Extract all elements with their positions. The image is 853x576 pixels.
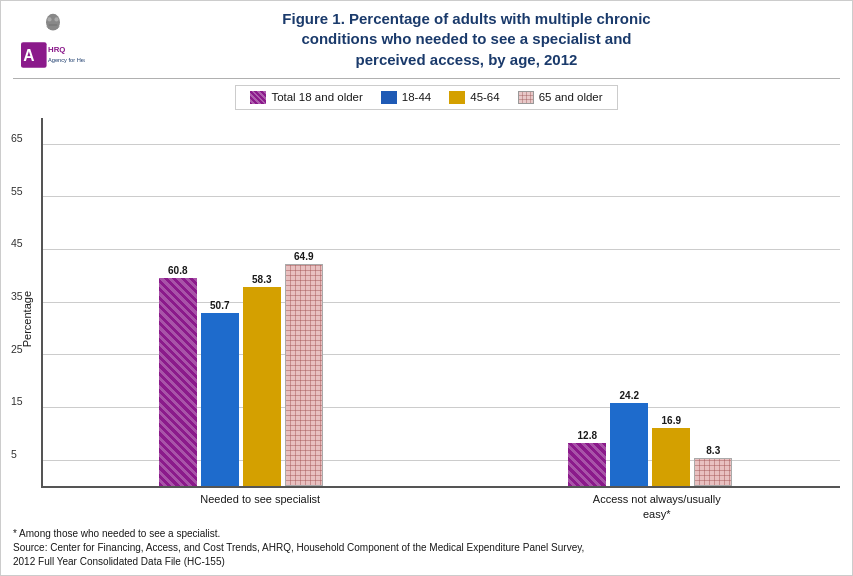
group-section-access: 12.824.216.98.3 xyxy=(461,118,841,487)
bar-access-18-44 xyxy=(610,403,648,486)
x-label-specialist: Needed to see specialist xyxy=(77,492,444,521)
bar-value-access-45-64: 16.9 xyxy=(662,415,681,426)
group-separator xyxy=(431,118,461,487)
bar-wrap-access-18-44: 24.2 xyxy=(610,118,648,487)
footnote-3: 2012 Full Year Consolidated Data File (H… xyxy=(13,555,840,569)
main-container: A HRQ Agency for Healthcare Figure 1. Pe… xyxy=(0,0,853,576)
bar-value-access-65+: 8.3 xyxy=(706,445,720,456)
x-label-spacer xyxy=(444,492,474,521)
legend-swatch-18-44 xyxy=(381,91,397,104)
bar-access-65+ xyxy=(694,458,732,486)
bars-row-specialist: 60.850.758.364.9 xyxy=(159,118,323,487)
chart-inner: 5152535455565 60.850.758.364.912.824.216… xyxy=(41,118,840,521)
bar-specialist-total xyxy=(159,278,197,486)
legend-label-45-64: 45-64 xyxy=(470,91,499,103)
x-labels: Needed to see specialistAccess not alway… xyxy=(77,492,840,521)
bar-specialist-65+ xyxy=(285,264,323,487)
group-section-specialist: 60.850.758.364.9 xyxy=(51,118,431,487)
bar-wrap-specialist-65+: 64.9 xyxy=(285,118,323,487)
footnote-1: * Among those who needed to see a specia… xyxy=(13,527,840,541)
bar-value-access-18-44: 24.2 xyxy=(620,390,639,401)
bar-access-45-64 xyxy=(652,428,690,486)
ahrq-logo-icon: A HRQ Agency for Healthcare xyxy=(21,41,85,69)
legend-label-total: Total 18 and older xyxy=(271,91,362,103)
header-divider xyxy=(13,78,840,79)
chart-title: Figure 1. Percentage of adults with mult… xyxy=(103,9,830,70)
legend-item-65: 65 and older xyxy=(518,91,603,104)
footnote-2: Source: Center for Financing, Access, an… xyxy=(13,541,840,555)
legend-swatch-45-64 xyxy=(449,91,465,104)
bar-value-specialist-18-44: 50.7 xyxy=(210,300,229,311)
bar-value-access-total: 12.8 xyxy=(578,430,597,441)
bars-row-access: 12.824.216.98.3 xyxy=(568,118,732,487)
bar-wrap-access-45-64: 16.9 xyxy=(652,118,690,487)
svg-text:Agency for Healthcare: Agency for Healthcare xyxy=(48,57,85,63)
bar-access-total xyxy=(568,443,606,487)
chart-plot: 5152535455565 60.850.758.364.912.824.216… xyxy=(41,118,840,489)
bar-wrap-specialist-45-64: 58.3 xyxy=(243,118,281,487)
legend-item-total: Total 18 and older xyxy=(250,91,362,104)
bar-specialist-45-64 xyxy=(243,287,281,487)
bar-value-specialist-45-64: 58.3 xyxy=(252,274,271,285)
legend-swatch-65 xyxy=(518,91,534,104)
bar-value-specialist-total: 60.8 xyxy=(168,265,187,276)
y-axis-label: Percentage xyxy=(21,291,33,347)
svg-text:A: A xyxy=(23,47,34,64)
legend-label-65: 65 and older xyxy=(539,91,603,103)
logo-area: A HRQ Agency for Healthcare xyxy=(13,9,93,69)
y-axis-label-wrap: Percentage xyxy=(13,118,41,521)
legend-label-18-44: 18-44 xyxy=(402,91,431,103)
svg-point-1 xyxy=(47,17,51,21)
footnote-area: * Among those who needed to see a specia… xyxy=(13,521,840,569)
legend: Total 18 and older 18-44 45-64 65 and ol… xyxy=(235,85,617,110)
chart-area: Percentage 5152535455565 60.850.758.364.… xyxy=(13,118,840,521)
legend-swatch-total xyxy=(250,91,266,104)
bars-container: 60.850.758.364.912.824.216.98.3 xyxy=(51,118,840,487)
x-label-access: Access not always/usuallyeasy* xyxy=(474,492,841,521)
legend-item-18-44: 18-44 xyxy=(381,91,431,104)
svg-text:HRQ: HRQ xyxy=(48,45,65,54)
title-area: Figure 1. Percentage of adults with mult… xyxy=(93,9,840,70)
bar-wrap-access-total: 12.8 xyxy=(568,118,606,487)
bar-value-specialist-65+: 64.9 xyxy=(294,251,313,262)
header: A HRQ Agency for Healthcare Figure 1. Pe… xyxy=(13,9,840,70)
hhs-logo-icon xyxy=(39,11,67,39)
bar-specialist-18-44 xyxy=(201,313,239,487)
bar-wrap-specialist-18-44: 50.7 xyxy=(201,118,239,487)
svg-point-2 xyxy=(54,17,58,21)
bar-wrap-access-65+: 8.3 xyxy=(694,118,732,487)
legend-item-45-64: 45-64 xyxy=(449,91,499,104)
bar-wrap-specialist-total: 60.8 xyxy=(159,118,197,487)
